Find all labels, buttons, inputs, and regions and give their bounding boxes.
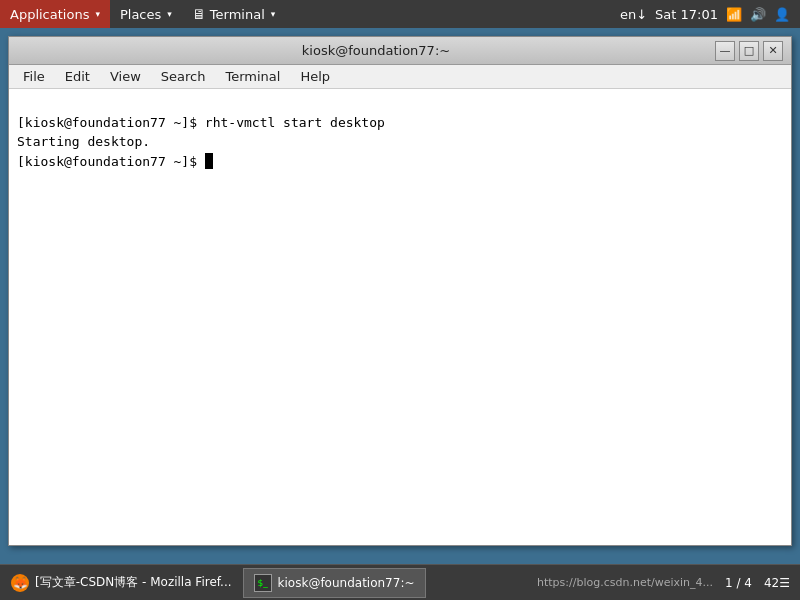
- locale-indicator[interactable]: en↓: [620, 7, 647, 22]
- taskbar-url: https://blog.csdn.net/weixin_4...: [537, 576, 713, 589]
- window-title: kiosk@foundation77:~: [37, 43, 715, 58]
- taskbar-firefox-label: [写文章-CSDN博客 - Mozilla Firef...: [35, 574, 232, 591]
- close-button[interactable]: ✕: [763, 41, 783, 61]
- taskbar-firefox[interactable]: 🦊 [写文章-CSDN博客 - Mozilla Firef...: [0, 568, 243, 598]
- terminal-window: kiosk@foundation77:~ — □ ✕ File Edit Vie…: [8, 36, 792, 546]
- applications-menu[interactable]: Applications ▾: [0, 0, 110, 28]
- terminal-line3: [kiosk@foundation77 ~]$: [17, 154, 205, 169]
- datetime-display: Sat 17:01: [655, 7, 718, 22]
- title-bar: kiosk@foundation77:~ — □ ✕: [9, 37, 791, 65]
- taskbar-terminal-label: kiosk@foundation77:~: [278, 576, 415, 590]
- taskbar-page-info: 1 / 4: [725, 576, 752, 590]
- menu-bar: File Edit View Search Terminal Help: [9, 65, 791, 89]
- speaker-icon[interactable]: 🔊: [750, 7, 766, 22]
- places-arrow-icon: ▾: [167, 9, 172, 19]
- minimize-button[interactable]: —: [715, 41, 735, 61]
- firefox-icon: 🦊: [11, 574, 29, 592]
- terminal-arrow-icon: ▾: [271, 9, 276, 19]
- applications-label: Applications: [10, 7, 89, 22]
- places-menu[interactable]: Places ▾: [110, 0, 182, 28]
- menu-terminal[interactable]: Terminal: [215, 66, 290, 88]
- terminal-icon: 🖥: [192, 6, 206, 22]
- taskbar: 🦊 [写文章-CSDN博客 - Mozilla Firef... $_ kios…: [0, 564, 800, 600]
- maximize-button[interactable]: □: [739, 41, 759, 61]
- terminal-line2: Starting desktop.: [17, 134, 150, 149]
- taskbar-right-info: https://blog.csdn.net/weixin_4... 1 / 4 …: [537, 576, 800, 590]
- menu-help[interactable]: Help: [290, 66, 340, 88]
- top-system-bar: Applications ▾ Places ▾ 🖥 Terminal ▾ en↓…: [0, 0, 800, 28]
- places-label: Places: [120, 7, 161, 22]
- topbar-right: en↓ Sat 17:01 📶 🔊 👤: [620, 7, 800, 22]
- terminal-cursor: [205, 153, 213, 169]
- window-controls: — □ ✕: [715, 41, 783, 61]
- terminal-menu[interactable]: 🖥 Terminal ▾: [182, 0, 285, 28]
- taskbar-terminal[interactable]: $_ kiosk@foundation77:~: [243, 568, 426, 598]
- menu-edit[interactable]: Edit: [55, 66, 100, 88]
- terminal-line1: [kiosk@foundation77 ~]$ rht-vmctl start …: [17, 115, 385, 130]
- wifi-icon[interactable]: 📶: [726, 7, 742, 22]
- menu-search[interactable]: Search: [151, 66, 216, 88]
- menu-view[interactable]: View: [100, 66, 151, 88]
- menu-file[interactable]: File: [13, 66, 55, 88]
- applications-arrow-icon: ▾: [95, 9, 100, 19]
- terminal-content[interactable]: [kiosk@foundation77 ~]$ rht-vmctl start …: [9, 89, 791, 545]
- taskbar-extra: 42☰: [764, 576, 790, 590]
- taskbar-terminal-icon: $_: [254, 574, 272, 592]
- terminal-label: Terminal: [210, 7, 265, 22]
- user-icon[interactable]: 👤: [774, 7, 790, 22]
